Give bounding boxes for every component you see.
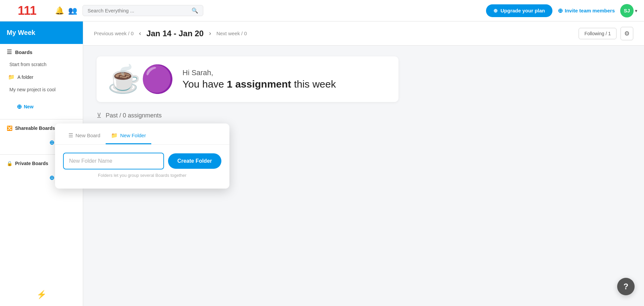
settings-gear-icon: ⚙ <box>624 30 630 37</box>
avatar-initials: SJ <box>624 8 630 13</box>
new-plus-icon: ⊕ <box>17 103 22 110</box>
logo: 111 <box>7 3 47 19</box>
assignment-suffix: this week <box>291 79 336 90</box>
week-range: Jan 14 - Jan 20 <box>146 29 204 38</box>
project-label: My new project is cool <box>9 87 56 92</box>
folder-label: A folder <box>17 74 33 80</box>
popup-hint: Folders let you group several Boards tog… <box>63 173 221 178</box>
myweek-label: My Week <box>7 29 35 36</box>
search-input[interactable] <box>88 8 189 13</box>
boards-label: Boards <box>15 49 33 55</box>
following-button[interactable]: Following / 1 <box>579 28 616 39</box>
private-icon: 🔒 <box>7 161 12 166</box>
shareable-new-plus-icon: ⊕ <box>49 139 54 146</box>
topnav-icons: 🔔 👥 <box>55 6 77 15</box>
past-collapse-icon: ⊻ <box>97 111 102 119</box>
avatar-wrapper[interactable]: SJ ▾ <box>620 4 637 17</box>
new-button[interactable]: ⊕ New <box>12 100 38 113</box>
popup-body: Create Folder Folders let you group seve… <box>55 145 229 181</box>
week-nav: Previous week / 0 ‹ Jan 14 - Jan 20 › Ne… <box>94 29 247 38</box>
tab-new-board-label: New Board <box>75 133 100 138</box>
past-label: Past / 0 assignments <box>106 112 162 119</box>
header-right: Following / 1 ⚙ <box>579 27 633 40</box>
popup-tabs: ☰ New Board 📁 New Folder <box>55 123 229 145</box>
next-arrow-icon[interactable]: › <box>209 30 211 37</box>
upgrade-icon: ⊕ <box>493 8 498 14</box>
avatar-chevron-icon: ▾ <box>635 8 637 13</box>
sidebar-item-folder[interactable]: 📁 A folder <box>0 70 83 84</box>
topnav: 111 🔔 👥 🔍 ⊕ Upgrade your plan ⊕ Invite t… <box>0 0 644 21</box>
team-button[interactable]: 👥 <box>68 6 77 15</box>
popup-tab-new-board[interactable]: ☰ New Board <box>63 129 106 144</box>
help-button[interactable]: ? <box>617 278 635 295</box>
past-assignments[interactable]: ⊻ Past / 0 assignments <box>97 111 631 119</box>
new-folder-popup: ☰ New Board 📁 New Folder Create Folder F… <box>55 123 229 189</box>
following-label: Following / 1 <box>584 31 611 36</box>
search-icon: 🔍 <box>192 7 198 14</box>
folder-icon: 📁 <box>8 74 15 80</box>
sidebar-myweek[interactable]: My Week <box>0 21 83 44</box>
start-scratch-label: Start from scratch <box>9 62 46 67</box>
sidebar-item-start-scratch[interactable]: Start from scratch <box>0 58 83 70</box>
upgrade-label: Upgrade your plan <box>500 8 545 13</box>
create-folder-label: Create Folder <box>177 158 212 164</box>
popup-tab-new-folder[interactable]: 📁 New Folder <box>106 129 151 144</box>
sidebar-divider-1 <box>0 119 83 119</box>
shareable-icon: 🔀 <box>7 125 12 131</box>
welcome-assignment: You have 1 assignment this week <box>182 79 336 90</box>
help-icon: ? <box>624 282 629 291</box>
folder-name-input[interactable] <box>63 153 164 169</box>
sidebar-item-project[interactable]: My new project is cool <box>0 84 83 96</box>
folder-tab-icon: 📁 <box>111 132 118 139</box>
logo-text: 111 <box>18 5 36 17</box>
welcome-card: ☕🟣 Hi Sarah, You have 1 assignment this … <box>97 56 398 102</box>
popup-input-row: Create Folder <box>63 153 221 169</box>
sidebar-bottom: ⚡ <box>0 283 83 306</box>
shareable-label: Shareable Boards <box>15 125 55 131</box>
board-icon: ☰ <box>68 132 73 139</box>
settings-button[interactable]: ⚙ <box>621 27 633 40</box>
new-button-wrapper: ⊕ New <box>0 96 83 118</box>
content-header: Previous week / 0 ‹ Jan 14 - Jan 20 › Ne… <box>83 21 644 46</box>
welcome-greeting: Hi Sarah, <box>182 68 336 77</box>
prev-arrow-icon[interactable]: ‹ <box>139 30 141 37</box>
tab-new-folder-label: New Folder <box>120 133 146 138</box>
next-week[interactable]: Next week / 0 <box>216 31 247 36</box>
notifications-button[interactable]: 🔔 <box>55 6 64 15</box>
sidebar-boards-header[interactable]: ☰ Boards <box>0 44 83 58</box>
invite-plus-icon: ⊕ <box>558 7 563 14</box>
new-label: New <box>24 104 34 109</box>
invite-button[interactable]: ⊕ Invite team members <box>558 7 615 14</box>
welcome-text: Hi Sarah, You have 1 assignment this wee… <box>182 68 336 90</box>
prev-week[interactable]: Previous week / 0 <box>94 31 133 36</box>
lightning-icon[interactable]: ⚡ <box>37 290 47 299</box>
create-folder-button[interactable]: Create Folder <box>168 153 221 169</box>
invite-label: Invite team members <box>565 8 615 13</box>
avatar[interactable]: SJ <box>620 4 634 17</box>
private-label: Private Boards <box>15 161 48 166</box>
search-box: 🔍 <box>83 5 203 16</box>
boards-menu-icon: ☰ <box>7 49 12 56</box>
assignment-count: 1 assignment <box>227 79 291 90</box>
assignment-prefix: You have <box>182 79 227 90</box>
private-new-plus-icon: ⊕ <box>49 174 54 182</box>
upgrade-button[interactable]: ⊕ Upgrade your plan <box>486 4 552 17</box>
welcome-emoji: ☕🟣 <box>107 66 174 93</box>
